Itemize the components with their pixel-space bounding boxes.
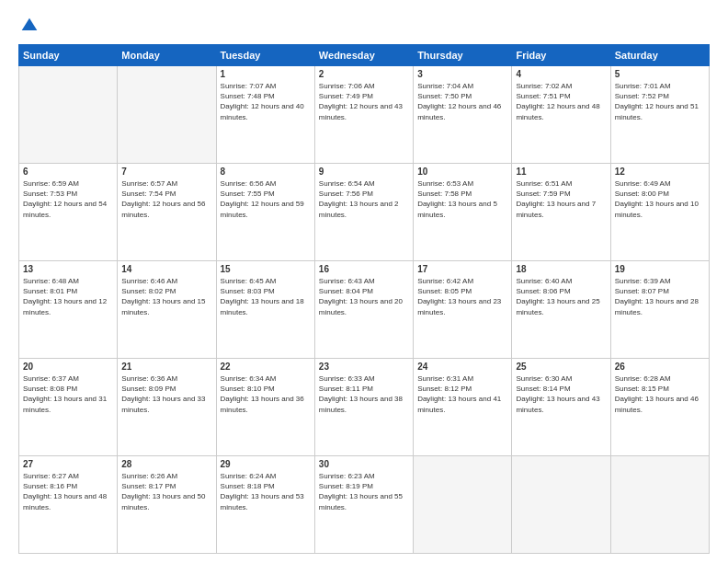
day-number: 25 xyxy=(516,362,606,372)
calendar-cell: 29Sunrise: 6:24 AMSunset: 8:18 PMDayligh… xyxy=(216,456,314,554)
day-info: Sunrise: 7:04 AMSunset: 7:50 PMDaylight:… xyxy=(417,81,507,122)
calendar-cell: 1Sunrise: 7:07 AMSunset: 7:48 PMDaylight… xyxy=(216,66,314,164)
day-number: 13 xyxy=(23,264,113,274)
day-info: Sunrise: 6:28 AMSunset: 8:15 PMDaylight:… xyxy=(615,373,705,415)
day-info: Sunrise: 7:01 AMSunset: 7:52 PMDaylight:… xyxy=(615,81,705,122)
day-info: Sunrise: 6:42 AMSunset: 8:05 PMDaylight:… xyxy=(417,276,507,317)
day-info: Sunrise: 6:34 AMSunset: 8:10 PMDaylight:… xyxy=(221,373,311,415)
day-info: Sunrise: 6:54 AMSunset: 7:56 PMDaylight:… xyxy=(319,178,409,220)
day-number: 29 xyxy=(221,459,311,469)
calendar-cell: 10Sunrise: 6:53 AMSunset: 7:58 PMDayligh… xyxy=(414,164,512,261)
svg-marker-0 xyxy=(22,18,38,30)
calendar-cell: 15Sunrise: 6:45 AMSunset: 8:03 PMDayligh… xyxy=(216,261,314,359)
day-number: 6 xyxy=(23,167,113,177)
calendar-cell: 5Sunrise: 7:01 AMSunset: 7:52 PMDaylight… xyxy=(610,66,709,164)
day-number: 22 xyxy=(221,362,311,372)
calendar-cell xyxy=(414,456,512,554)
calendar-cell: 21Sunrise: 6:36 AMSunset: 8:09 PMDayligh… xyxy=(118,359,216,456)
day-number: 24 xyxy=(417,362,507,372)
day-number: 28 xyxy=(121,459,211,469)
calendar-cell: 28Sunrise: 6:26 AMSunset: 8:17 PMDayligh… xyxy=(118,456,216,554)
day-number: 1 xyxy=(221,69,311,79)
day-info: Sunrise: 6:53 AMSunset: 7:58 PMDaylight:… xyxy=(417,178,507,220)
calendar-cell: 26Sunrise: 6:28 AMSunset: 8:15 PMDayligh… xyxy=(610,359,709,456)
day-info: Sunrise: 6:39 AMSunset: 8:07 PMDaylight:… xyxy=(615,276,705,317)
day-info: Sunrise: 6:56 AMSunset: 7:55 PMDaylight:… xyxy=(221,178,311,220)
weekday-header-thursday: Thursday xyxy=(414,45,512,66)
calendar-cell: 13Sunrise: 6:48 AMSunset: 8:01 PMDayligh… xyxy=(19,261,118,359)
page: SundayMondayTuesdayWednesdayThursdayFrid… xyxy=(0,0,728,563)
day-number: 9 xyxy=(319,167,409,177)
calendar-cell: 3Sunrise: 7:04 AMSunset: 7:50 PMDaylight… xyxy=(414,66,512,164)
weekday-header-wednesday: Wednesday xyxy=(314,45,413,66)
day-number: 27 xyxy=(23,459,113,469)
logo-icon xyxy=(20,17,39,35)
day-number: 30 xyxy=(319,459,409,469)
day-number: 18 xyxy=(516,264,606,274)
day-number: 15 xyxy=(221,264,311,274)
calendar-cell: 11Sunrise: 6:51 AMSunset: 7:59 PMDayligh… xyxy=(512,164,610,261)
day-info: Sunrise: 6:43 AMSunset: 8:04 PMDaylight:… xyxy=(319,276,409,317)
day-info: Sunrise: 6:45 AMSunset: 8:03 PMDaylight:… xyxy=(221,276,311,317)
calendar-table: SundayMondayTuesdayWednesdayThursdayFrid… xyxy=(18,44,710,554)
weekday-header-sunday: Sunday xyxy=(19,45,118,66)
weekday-header-saturday: Saturday xyxy=(610,45,709,66)
day-number: 14 xyxy=(121,264,211,274)
calendar-cell: 9Sunrise: 6:54 AMSunset: 7:56 PMDaylight… xyxy=(314,164,413,261)
calendar-cell: 24Sunrise: 6:31 AMSunset: 8:12 PMDayligh… xyxy=(414,359,512,456)
logo xyxy=(18,17,39,35)
day-info: Sunrise: 6:59 AMSunset: 7:53 PMDaylight:… xyxy=(23,178,113,220)
calendar-cell: 25Sunrise: 6:30 AMSunset: 8:14 PMDayligh… xyxy=(512,359,610,456)
calendar-cell: 16Sunrise: 6:43 AMSunset: 8:04 PMDayligh… xyxy=(314,261,413,359)
calendar-cell: 18Sunrise: 6:40 AMSunset: 8:06 PMDayligh… xyxy=(512,261,610,359)
calendar-cell: 8Sunrise: 6:56 AMSunset: 7:55 PMDaylight… xyxy=(216,164,314,261)
day-number: 12 xyxy=(615,167,705,177)
day-number: 17 xyxy=(417,264,507,274)
day-number: 7 xyxy=(121,167,211,177)
day-info: Sunrise: 6:40 AMSunset: 8:06 PMDaylight:… xyxy=(516,276,606,317)
calendar-cell: 7Sunrise: 6:57 AMSunset: 7:54 PMDaylight… xyxy=(118,164,216,261)
calendar-cell: 23Sunrise: 6:33 AMSunset: 8:11 PMDayligh… xyxy=(314,359,413,456)
calendar-cell: 27Sunrise: 6:27 AMSunset: 8:16 PMDayligh… xyxy=(19,456,118,554)
day-info: Sunrise: 6:27 AMSunset: 8:16 PMDaylight:… xyxy=(23,471,113,512)
day-info: Sunrise: 6:48 AMSunset: 8:01 PMDaylight:… xyxy=(23,276,113,317)
day-number: 2 xyxy=(319,69,409,79)
calendar-cell xyxy=(610,456,709,554)
calendar-cell: 17Sunrise: 6:42 AMSunset: 8:05 PMDayligh… xyxy=(414,261,512,359)
week-row-5: 27Sunrise: 6:27 AMSunset: 8:16 PMDayligh… xyxy=(19,456,710,554)
day-number: 23 xyxy=(319,362,409,372)
day-info: Sunrise: 6:57 AMSunset: 7:54 PMDaylight:… xyxy=(121,178,211,220)
week-row-4: 20Sunrise: 6:37 AMSunset: 8:08 PMDayligh… xyxy=(19,359,710,456)
day-info: Sunrise: 6:37 AMSunset: 8:08 PMDaylight:… xyxy=(23,373,113,415)
weekday-header-tuesday: Tuesday xyxy=(216,45,314,66)
day-info: Sunrise: 7:02 AMSunset: 7:51 PMDaylight:… xyxy=(516,81,606,122)
day-number: 10 xyxy=(417,167,507,177)
day-info: Sunrise: 6:49 AMSunset: 8:00 PMDaylight:… xyxy=(615,178,705,220)
day-info: Sunrise: 6:33 AMSunset: 8:11 PMDaylight:… xyxy=(319,373,409,415)
day-info: Sunrise: 6:31 AMSunset: 8:12 PMDaylight:… xyxy=(417,373,507,415)
weekday-header-row: SundayMondayTuesdayWednesdayThursdayFrid… xyxy=(19,45,710,66)
day-number: 21 xyxy=(121,362,211,372)
calendar-cell: 12Sunrise: 6:49 AMSunset: 8:00 PMDayligh… xyxy=(610,164,709,261)
calendar-cell: 20Sunrise: 6:37 AMSunset: 8:08 PMDayligh… xyxy=(19,359,118,456)
day-number: 16 xyxy=(319,264,409,274)
day-number: 19 xyxy=(615,264,705,274)
weekday-header-monday: Monday xyxy=(118,45,216,66)
day-info: Sunrise: 6:24 AMSunset: 8:18 PMDaylight:… xyxy=(221,471,311,512)
calendar-cell: 19Sunrise: 6:39 AMSunset: 8:07 PMDayligh… xyxy=(610,261,709,359)
header xyxy=(18,17,710,35)
day-info: Sunrise: 6:26 AMSunset: 8:17 PMDaylight:… xyxy=(121,471,211,512)
day-info: Sunrise: 6:46 AMSunset: 8:02 PMDaylight:… xyxy=(121,276,211,317)
calendar-cell xyxy=(512,456,610,554)
day-number: 8 xyxy=(221,167,311,177)
calendar-cell xyxy=(19,66,118,164)
day-number: 3 xyxy=(417,69,507,79)
day-number: 20 xyxy=(23,362,113,372)
calendar-cell: 2Sunrise: 7:06 AMSunset: 7:49 PMDaylight… xyxy=(314,66,413,164)
day-info: Sunrise: 6:51 AMSunset: 7:59 PMDaylight:… xyxy=(516,178,606,220)
calendar-cell xyxy=(118,66,216,164)
calendar-cell: 22Sunrise: 6:34 AMSunset: 8:10 PMDayligh… xyxy=(216,359,314,456)
day-number: 4 xyxy=(516,69,606,79)
day-info: Sunrise: 6:23 AMSunset: 8:19 PMDaylight:… xyxy=(319,471,409,512)
day-number: 26 xyxy=(615,362,705,372)
